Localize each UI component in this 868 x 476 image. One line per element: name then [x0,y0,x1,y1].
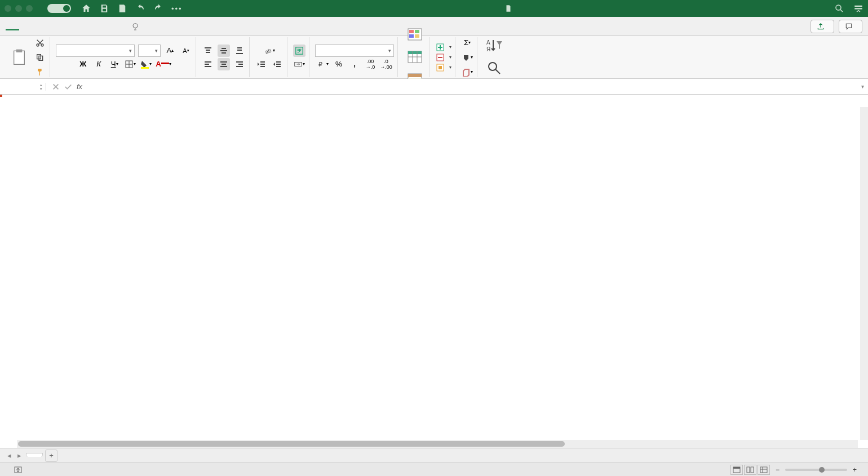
normal-view-icon [730,465,743,475]
ribbon-tabs [0,17,868,36]
font-color-button[interactable]: A▾ [156,58,171,70]
align-center-button[interactable] [218,58,230,70]
copy-button[interactable] [34,51,46,64]
tab-view[interactable] [100,23,114,30]
sheet-nav[interactable]: ◂▸ [5,451,24,460]
tell-me[interactable] [131,22,143,31]
redo-icon[interactable] [153,3,163,14]
format-as-table-button[interactable] [404,47,426,68]
increase-decimal-button[interactable]: .00→.0 [364,58,377,70]
more-icon[interactable]: ••• [171,5,183,13]
tab-draw[interactable] [33,23,46,30]
borders-button[interactable]: ▾ [124,58,136,70]
svg-rect-20 [236,53,243,54]
align-middle-button[interactable] [218,45,230,57]
font-name-combo[interactable]: ▾ [56,45,135,57]
svg-rect-16 [220,50,227,51]
autosum-button[interactable]: Σ ▾ [461,37,473,49]
svg-text:₽: ₽ [318,61,322,68]
view-buttons[interactable] [730,465,770,475]
number-format-combo[interactable]: ▾ [315,45,394,57]
decrease-font-button[interactable]: A▾ [180,45,192,57]
font-size-combo[interactable]: ▾ [138,45,161,57]
zoom-in-button[interactable]: + [853,466,857,474]
orientation-button[interactable]: ab▾ [263,45,276,57]
save-as-icon[interactable] [117,3,127,14]
cut-button[interactable] [34,37,46,49]
percent-button[interactable]: % [333,58,345,70]
tab-developer[interactable] [114,23,127,30]
zoom-out-button[interactable]: − [776,466,780,474]
quick-access: ••• [81,3,183,14]
align-top-button[interactable] [202,45,214,57]
sheet-tab-active[interactable] [26,453,43,457]
svg-rect-19 [237,50,242,51]
fill-button[interactable]: ▾ [461,51,473,64]
svg-rect-1 [854,6,862,7]
accessibility-icon[interactable] [14,465,23,474]
formula-expand[interactable]: ▾ [857,83,868,90]
paste-button[interactable] [8,47,30,68]
find-select-button[interactable] [483,58,506,79]
fill-color-button[interactable]: ▾ [140,58,152,70]
decrease-indent-button[interactable] [255,58,268,70]
merge-button[interactable]: ▾ [293,58,305,70]
svg-rect-5 [16,49,23,52]
italic-button[interactable]: К [92,58,105,70]
name-box[interactable]: ▴▾ [0,83,46,91]
svg-rect-17 [222,52,226,54]
svg-rect-15 [222,48,226,49]
share-button[interactable] [811,20,834,33]
formula-input[interactable] [91,82,857,91]
save-icon[interactable] [99,3,109,14]
sort-filter-button[interactable]: AЯ [483,35,506,57]
cancel-icon[interactable] [52,83,60,91]
ribbon: ▾ ▾ A▴ A▾ Ж К Ч▾ ▾ ▾ A▾ ab▾ [0,36,868,79]
tab-data[interactable] [73,23,87,30]
search-icon[interactable] [834,3,844,14]
format-painter-button[interactable] [34,66,46,78]
increase-font-button[interactable]: A▴ [164,45,176,57]
clear-button[interactable]: ▾ [461,66,473,78]
svg-rect-59 [733,467,740,469]
home-icon[interactable] [81,3,91,14]
align-right-button[interactable] [233,58,246,70]
align-left-button[interactable] [202,58,214,70]
comma-button[interactable]: , [348,58,361,70]
page-layout-view-icon [744,465,756,475]
svg-rect-31 [260,61,265,63]
svg-point-0 [836,5,841,10]
insert-cells-button[interactable]: ▾ [436,43,451,52]
tab-layout[interactable] [46,23,60,30]
autosave-toggle[interactable] [47,4,71,13]
svg-rect-11 [141,67,149,69]
svg-rect-46 [408,51,422,54]
confirm-icon[interactable] [64,83,72,91]
window-controls[interactable] [5,5,33,12]
add-sheet-button[interactable]: + [45,450,57,462]
tab-formulas[interactable] [60,23,73,30]
delete-cells-button[interactable]: ▾ [436,53,451,62]
worksheet-grid[interactable] [0,95,868,448]
decrease-decimal-button[interactable]: .0→.00 [380,58,392,70]
bold-button[interactable]: Ж [77,58,89,70]
tab-review[interactable] [87,23,100,30]
align-bottom-button[interactable] [233,45,246,57]
undo-icon[interactable] [135,3,145,14]
tab-home[interactable] [6,23,19,30]
conditional-formatting-button[interactable] [404,24,426,46]
zoom-slider[interactable] [785,469,847,471]
increase-indent-button[interactable] [271,58,284,70]
svg-rect-44 [415,34,419,38]
tab-insert[interactable] [19,23,33,30]
fx-icon[interactable]: fx [77,82,82,91]
wrap-text-button[interactable] [293,45,305,57]
comments-button[interactable] [839,20,862,33]
svg-point-3 [133,23,138,28]
format-cells-button[interactable]: ▾ [436,63,451,72]
vertical-scrollbar[interactable] [860,107,868,440]
currency-button[interactable]: ₽▾ [317,58,329,70]
underline-button[interactable]: Ч▾ [108,58,121,70]
horizontal-scrollbar[interactable] [17,440,858,448]
ribbon-toggle-icon[interactable] [853,3,863,14]
